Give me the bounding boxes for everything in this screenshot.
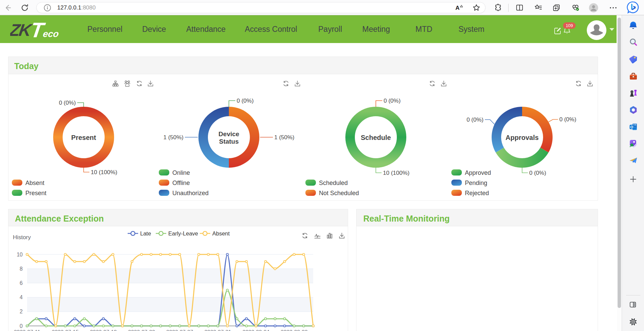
svg-text:eco: eco bbox=[42, 28, 60, 38]
svg-text:2023-08-04: 2023-08-04 bbox=[242, 329, 270, 331]
svg-text:Present: Present bbox=[71, 134, 96, 141]
svg-text:2023-07-23: 2023-07-23 bbox=[128, 329, 155, 331]
svg-text:2023-07-11: 2023-07-11 bbox=[14, 329, 40, 331]
svg-text:10: 10 bbox=[17, 252, 23, 257]
svg-text:0 (0%): 0 (0%) bbox=[384, 98, 401, 104]
svg-text:2: 2 bbox=[20, 309, 23, 314]
svg-text:8: 8 bbox=[20, 266, 23, 272]
svg-text:2023-08-08: 2023-08-08 bbox=[281, 329, 307, 331]
svg-text:Status: Status bbox=[219, 138, 239, 145]
svg-text:6: 6 bbox=[20, 280, 23, 286]
svg-text:2023-07-31: 2023-07-31 bbox=[205, 329, 231, 331]
svg-text:1 (50%): 1 (50%) bbox=[274, 134, 295, 141]
svg-text:1 (50%): 1 (50%) bbox=[163, 134, 184, 141]
svg-text:O: O bbox=[630, 125, 634, 129]
svg-text:10 (100%): 10 (100%) bbox=[383, 170, 409, 176]
svg-text:Approvals: Approvals bbox=[506, 134, 539, 141]
svg-text:2023-07-15: 2023-07-15 bbox=[52, 329, 79, 331]
svg-text:2023-07-19: 2023-07-19 bbox=[90, 329, 117, 331]
svg-text:4: 4 bbox=[20, 294, 23, 300]
svg-text:0 (0%): 0 (0%) bbox=[559, 116, 576, 123]
svg-text:Device: Device bbox=[218, 130, 239, 138]
svg-text:0: 0 bbox=[20, 323, 23, 329]
svg-text:0 (0%): 0 (0%) bbox=[529, 170, 546, 176]
svg-text:0 (0%): 0 (0%) bbox=[59, 100, 76, 106]
svg-text:0 (0%): 0 (0%) bbox=[467, 117, 484, 123]
svg-text:10 (100%): 10 (100%) bbox=[91, 169, 117, 175]
svg-text:Schedule: Schedule bbox=[361, 134, 391, 141]
svg-text:A: A bbox=[455, 5, 459, 11]
svg-text:0 (0%): 0 (0%) bbox=[237, 98, 254, 104]
svg-text:2023-07-27: 2023-07-27 bbox=[166, 329, 193, 331]
